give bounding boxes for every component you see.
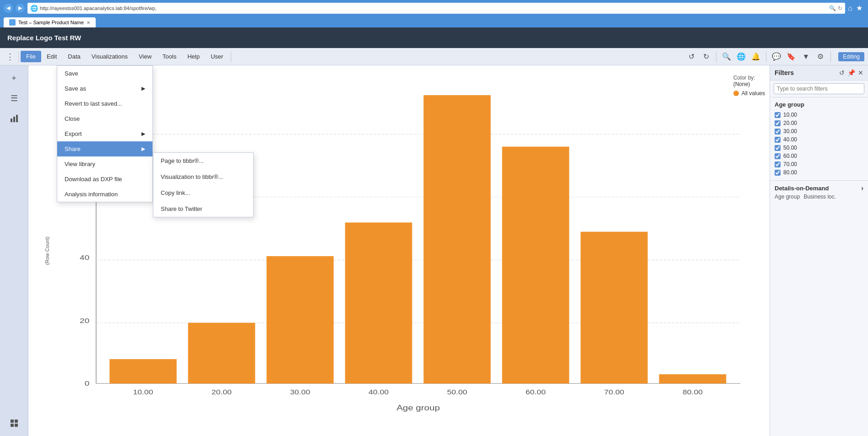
age-group-title: Age group xyxy=(775,101,863,108)
checkbox-label-50: 50.00 xyxy=(783,145,797,151)
details-expand-icon[interactable]: › xyxy=(861,184,863,192)
filters-close-icon[interactable]: ✕ xyxy=(858,69,863,76)
tab-close-button[interactable]: ✕ xyxy=(87,20,90,25)
menu-item-view-library[interactable]: View library xyxy=(57,156,152,172)
menu-tools[interactable]: Tools xyxy=(157,51,182,62)
bar-6[interactable] xyxy=(502,147,570,384)
menu-edit[interactable]: Edit xyxy=(41,51,62,62)
svg-text:Age group: Age group xyxy=(396,404,440,412)
checkbox-50[interactable] xyxy=(775,145,781,151)
menu-separator-5 xyxy=(830,51,831,62)
checkbox-label-40: 40.00 xyxy=(783,136,797,143)
grid-view-button[interactable] xyxy=(6,415,22,431)
menu-item-revert[interactable]: Revert to last saved... xyxy=(57,96,152,111)
share-arrow: ▶ xyxy=(141,146,145,152)
bar-7[interactable] xyxy=(580,232,648,384)
svg-text:20.00: 20.00 xyxy=(212,388,232,395)
submenu-page-tibbr[interactable]: Page to tibbr®... xyxy=(153,153,253,169)
filter-button[interactable]: ▼ xyxy=(799,50,812,63)
filters-pin-icon[interactable]: 📌 xyxy=(847,69,855,76)
app-title: Replace Logo Test RW xyxy=(7,34,81,42)
menu-item-export[interactable]: Export ▶ xyxy=(57,126,152,141)
left-sidebar: + ☰ xyxy=(0,65,28,436)
chat-button[interactable]: 💬 xyxy=(770,50,783,63)
svg-text:80.00: 80.00 xyxy=(683,388,703,395)
checkbox-row-80: 80.00 xyxy=(775,168,863,177)
bar-5[interactable] xyxy=(423,95,491,383)
checkbox-label-30: 30.00 xyxy=(783,128,797,135)
color-by-label: Color by: xyxy=(733,75,765,81)
list-view-button[interactable]: ☰ xyxy=(6,90,22,107)
menu-user[interactable]: User xyxy=(205,51,228,62)
forward-button[interactable]: ▶ xyxy=(16,4,25,13)
svg-text:50.00: 50.00 xyxy=(447,388,467,395)
bar-1[interactable] xyxy=(109,359,177,383)
filters-icons: ↺ 📌 ✕ xyxy=(839,69,863,76)
menu-help[interactable]: Help xyxy=(182,51,205,62)
search-icon: 🔍 xyxy=(829,5,836,11)
menu-item-analysis-info[interactable]: Analysis information xyxy=(57,187,152,202)
redo-button[interactable]: ↻ xyxy=(700,50,712,63)
globe-button[interactable]: 🌐 xyxy=(735,50,748,63)
checkbox-70[interactable] xyxy=(775,161,781,167)
all-values-row: All values xyxy=(733,90,765,97)
filters-title: Filters xyxy=(775,69,794,76)
browser-tab[interactable]: Test – Sample Product Name ✕ xyxy=(4,17,96,27)
filters-header: Filters ↺ 📌 ✕ xyxy=(770,65,868,81)
app-titlebar: Replace Logo Test RW xyxy=(0,27,868,48)
menu-item-download-dxp[interactable]: Download as DXP file xyxy=(57,172,152,187)
back-button[interactable]: ◀ xyxy=(4,4,13,13)
save-as-arrow: ▶ xyxy=(141,86,145,92)
submenu-viz-tibbr[interactable]: Visualization to tibbr®... xyxy=(153,169,253,185)
settings-button[interactable]: ⚙ xyxy=(814,50,827,63)
checkbox-30[interactable] xyxy=(775,129,781,135)
chart-view-button[interactable] xyxy=(6,110,22,127)
menu-item-close[interactable]: Close xyxy=(57,111,152,126)
more-options-button[interactable]: ⋮ xyxy=(4,50,16,63)
svg-text:70.00: 70.00 xyxy=(604,388,624,395)
bar-3[interactable] xyxy=(266,256,334,383)
checkbox-40[interactable] xyxy=(775,137,781,143)
svg-text:20: 20 xyxy=(80,316,89,324)
menu-item-save-as[interactable]: Save as ▶ xyxy=(57,81,152,96)
menu-file[interactable]: File xyxy=(21,51,41,62)
svg-text:60.00: 60.00 xyxy=(526,388,546,395)
submenu-share-twitter[interactable]: Share to Twitter xyxy=(153,201,253,217)
filter-search-input[interactable] xyxy=(774,83,864,94)
bell-button[interactable]: 🔔 xyxy=(749,50,762,63)
checkbox-20[interactable] xyxy=(775,120,781,126)
bar-4[interactable] xyxy=(345,222,412,383)
menu-data[interactable]: Data xyxy=(62,51,86,62)
checkbox-60[interactable] xyxy=(775,153,781,159)
export-arrow: ▶ xyxy=(141,131,145,137)
bar-8[interactable] xyxy=(659,374,727,383)
search-button[interactable]: 🔍 xyxy=(720,50,733,63)
color-by-panel: Color by: (None) All values xyxy=(733,75,765,97)
file-menu: Save Save as ▶ Revert to last saved... C… xyxy=(57,65,153,202)
svg-rect-5 xyxy=(11,424,14,427)
checkbox-10[interactable] xyxy=(775,112,781,118)
star-icon[interactable]: ★ xyxy=(856,4,863,12)
menu-item-share[interactable]: Share ▶ xyxy=(57,141,152,156)
bookmark-button[interactable]: 🔖 xyxy=(785,50,797,63)
all-values-label: All values xyxy=(742,90,765,97)
menu-item-save[interactable]: Save xyxy=(57,66,152,81)
checkbox-label-10: 10.00 xyxy=(783,112,797,118)
bar-2[interactable] xyxy=(188,323,255,384)
filters-refresh-icon[interactable]: ↺ xyxy=(839,69,845,76)
main-layout: + ☰ Save Save as ▶ xyxy=(0,65,868,436)
refresh-icon[interactable]: ↻ xyxy=(838,5,842,11)
home-icon[interactable]: ⌂ xyxy=(848,4,852,12)
add-panel-button[interactable]: + xyxy=(6,70,22,86)
checkbox-row-70: 70.00 xyxy=(775,160,863,168)
age-group-section: Age group 10.00 20.00 30.00 40.00 50.00 xyxy=(770,97,868,180)
svg-rect-4 xyxy=(15,420,18,423)
menu-visualizations[interactable]: Visualizations xyxy=(86,51,133,62)
address-bar[interactable]: 🌐 http://rayeestss001.apacanalytics.lab:… xyxy=(27,3,845,14)
checkbox-row-10: 10.00 xyxy=(775,111,863,119)
menu-view[interactable]: View xyxy=(133,51,157,62)
submenu-copy-link[interactable]: Copy link... xyxy=(153,185,253,201)
undo-button[interactable]: ↺ xyxy=(685,50,698,63)
checkbox-80[interactable] xyxy=(775,170,781,176)
svg-rect-6 xyxy=(15,424,18,427)
